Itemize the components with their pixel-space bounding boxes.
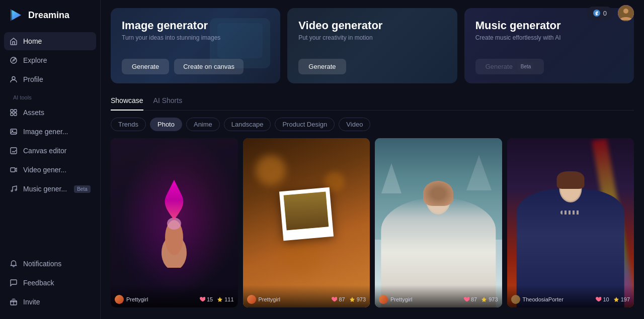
image-card-2-bg xyxy=(243,138,370,307)
chat-icon xyxy=(9,278,18,287)
image-card-4-avatar xyxy=(511,295,520,304)
image-card-3-user: Prettygirl xyxy=(379,295,412,304)
filter-trends[interactable]: Trends xyxy=(111,118,146,131)
svg-marker-27 xyxy=(614,297,619,302)
image-card-1-stats: 15 111 xyxy=(199,296,234,302)
sidebar-item-profile[interactable]: Profile xyxy=(4,70,96,88)
sidebar-nav: Home Explore Profile AI tools xyxy=(0,32,100,255)
sidebar-item-video-gen[interactable]: Video gener... xyxy=(4,161,96,179)
image-card-2-footer: Prettygirl 87 973 xyxy=(243,285,370,307)
heart-icon-2 xyxy=(331,296,337,302)
gift-icon xyxy=(9,297,18,306)
svg-rect-7 xyxy=(14,113,17,116)
music-gen-beta-badge: Beta xyxy=(74,185,91,193)
svg-rect-6 xyxy=(11,113,13,116)
svg-point-9 xyxy=(12,130,13,131)
image-card-2-user: Prettygirl xyxy=(247,295,280,304)
svg-rect-8 xyxy=(11,129,17,134)
star-icon xyxy=(217,296,223,302)
filter-pills: Trends Photo Anime Landscape Product Des… xyxy=(111,118,634,131)
sidebar-item-canvas-label: Canvas editor xyxy=(23,147,66,155)
sidebar-item-feedback[interactable]: Feedback xyxy=(4,274,96,292)
user-avatar[interactable] xyxy=(618,5,634,21)
image-generator-card: Image generator Turn your ideas into stu… xyxy=(111,8,280,83)
sidebar-item-music-gen-label: Music gener... xyxy=(23,185,67,193)
image-card-4-stats: 10 197 xyxy=(595,296,630,302)
tab-showcase[interactable]: Showcase xyxy=(111,93,143,111)
image-gen-title: Image generator xyxy=(122,19,269,32)
sidebar-item-assets-label: Assets xyxy=(23,109,44,117)
music-gen-actions: Generate Beta xyxy=(475,59,623,74)
image-icon xyxy=(9,127,18,136)
sidebar-item-canvas[interactable]: Canvas editor xyxy=(4,142,96,160)
svg-point-13 xyxy=(15,189,17,191)
image-card-3[interactable]: Prettygirl 87 973 xyxy=(375,138,502,307)
canvas-icon xyxy=(9,146,18,155)
sidebar-item-notifications[interactable]: Notifications xyxy=(4,255,96,273)
sidebar-item-assets[interactable]: Assets xyxy=(4,103,96,122)
image-gen-actions: Generate Create on canvas xyxy=(122,59,269,74)
image-card-4-user: TheodosiaPorter xyxy=(511,295,564,304)
music-icon xyxy=(9,184,18,193)
sidebar-item-music-gen[interactable]: Music gener... Beta xyxy=(4,180,96,198)
svg-rect-11 xyxy=(11,168,15,172)
svg-marker-24 xyxy=(217,297,222,302)
image-card-1-username: Prettygirl xyxy=(126,296,148,302)
video-generator-card: Video generator Put your creativity in m… xyxy=(287,8,457,83)
svg-point-18 xyxy=(623,9,628,14)
svg-rect-4 xyxy=(11,110,13,112)
image-card-2-like-count: 87 xyxy=(339,296,345,302)
image-gen-subtitle: Turn your ideas into stunning images xyxy=(122,34,269,41)
music-gen-subtitle: Create music effortlessly with AI xyxy=(475,34,623,41)
video-gen-title: Video generator xyxy=(298,19,446,32)
image-card-1-star-count: 111 xyxy=(224,296,233,302)
music-gen-badge: Beta xyxy=(518,63,534,70)
coin-icon: ₡ xyxy=(593,9,601,17)
app-name: Dreamina xyxy=(28,10,69,21)
image-card-1-user: Prettygirl xyxy=(115,295,148,304)
svg-marker-26 xyxy=(481,297,487,302)
image-card-2-stars: 973 xyxy=(349,296,366,302)
image-card-2-username: Prettygirl xyxy=(259,296,280,302)
image-card-2-star-count: 973 xyxy=(357,296,366,302)
image-card-2[interactable]: Prettygirl 87 973 xyxy=(243,138,370,307)
image-card-3-like-count: 87 xyxy=(471,296,477,302)
tab-ai-shorts[interactable]: AI Shorts xyxy=(153,93,183,111)
sidebar-item-explore[interactable]: Explore xyxy=(4,51,96,69)
image-card-1-likes: 15 xyxy=(199,296,213,302)
image-card-3-avatar xyxy=(379,295,388,304)
heart-icon xyxy=(199,296,205,302)
video-gen-generate-button[interactable]: Generate xyxy=(298,59,346,74)
sidebar-item-invite[interactable]: Invite xyxy=(4,293,96,311)
filter-landscape[interactable]: Landscape xyxy=(224,118,271,131)
svg-marker-1 xyxy=(11,9,17,21)
sidebar-item-image-gen-label: Image gener... xyxy=(23,128,68,136)
star-icon-4 xyxy=(613,296,619,302)
music-gen-generate-label: Generate xyxy=(486,63,513,70)
sidebar-item-explore-label: Explore xyxy=(23,56,47,64)
filter-anime[interactable]: Anime xyxy=(186,118,220,131)
logo[interactable]: Dreamina xyxy=(0,0,100,32)
image-card-4-likes: 10 xyxy=(595,296,609,302)
sidebar-item-image-gen[interactable]: Image gener... xyxy=(4,123,96,141)
coins-display[interactable]: ₡ 0 xyxy=(587,7,613,20)
showcase-tabs: Showcase AI Shorts xyxy=(111,93,634,111)
image-gen-generate-button[interactable]: Generate xyxy=(122,59,169,74)
image-gen-canvas-button[interactable]: Create on canvas xyxy=(174,59,244,74)
image-card-4[interactable]: TheodosiaPorter 10 197 xyxy=(507,138,634,307)
filter-video[interactable]: Video xyxy=(339,118,370,131)
image-card-1-stars: 111 xyxy=(217,296,233,302)
sidebar-item-home[interactable]: Home xyxy=(4,32,96,50)
image-card-1[interactable]: Prettygirl 15 111 xyxy=(111,138,238,307)
filter-product-design[interactable]: Product Design xyxy=(275,118,335,131)
music-gen-generate-button[interactable]: Generate Beta xyxy=(475,59,544,74)
image-card-4-like-count: 10 xyxy=(603,296,609,302)
svg-marker-25 xyxy=(350,297,355,302)
svg-rect-5 xyxy=(14,110,17,112)
sidebar-item-profile-label: Profile xyxy=(23,75,43,83)
filter-photo[interactable]: Photo xyxy=(150,118,182,131)
bell-icon xyxy=(9,259,18,268)
image-card-1-footer: Prettygirl 15 111 xyxy=(111,285,238,307)
svg-point-12 xyxy=(11,190,13,192)
sidebar-item-feedback-label: Feedback xyxy=(23,279,54,287)
